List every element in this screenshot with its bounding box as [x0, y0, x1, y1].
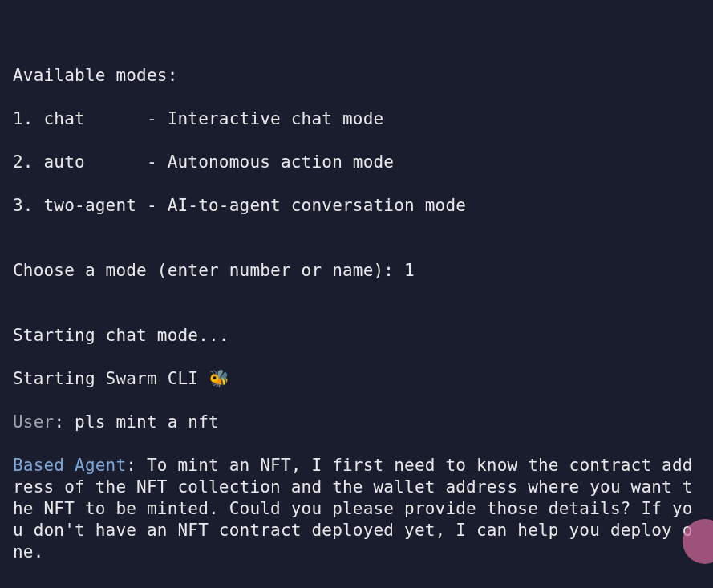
- starting-chat-line: Starting chat mode...: [13, 325, 700, 347]
- starting-swarm-text: Starting Swarm CLI: [13, 369, 209, 388]
- mode-prompt-text: Choose a mode (enter number or name):: [13, 261, 404, 280]
- mode-prompt-line[interactable]: Choose a mode (enter number or name): 1: [13, 260, 700, 282]
- mode-prompt-input[interactable]: 1: [404, 261, 415, 280]
- mode-option-3: 3. two-agent - AI-to-agent conversation …: [13, 195, 700, 217]
- modes-header: Available modes:: [13, 65, 700, 87]
- conv-text: pls mint a nft: [75, 412, 219, 432]
- role-label-agent: Based Agent: [13, 456, 126, 475]
- bee-icon: 🐝: [209, 369, 229, 388]
- conv-line-agent-1: Based Agent: To mint an NFT, I first nee…: [13, 455, 700, 563]
- conv-line-user-1: User: pls mint a nft: [13, 412, 700, 433]
- mode-option-2: 2. auto - Autonomous action mode: [13, 152, 700, 173]
- starting-swarm-line: Starting Swarm CLI 🐝: [13, 368, 700, 390]
- role-label-user: User: [13, 412, 54, 432]
- terminal-output: Available modes: 1. chat - Interactive c…: [0, 0, 713, 588]
- conv-line-user-2: User: Min a nft collection: [13, 585, 700, 588]
- mode-option-1: 1. chat - Interactive chat mode: [13, 108, 700, 130]
